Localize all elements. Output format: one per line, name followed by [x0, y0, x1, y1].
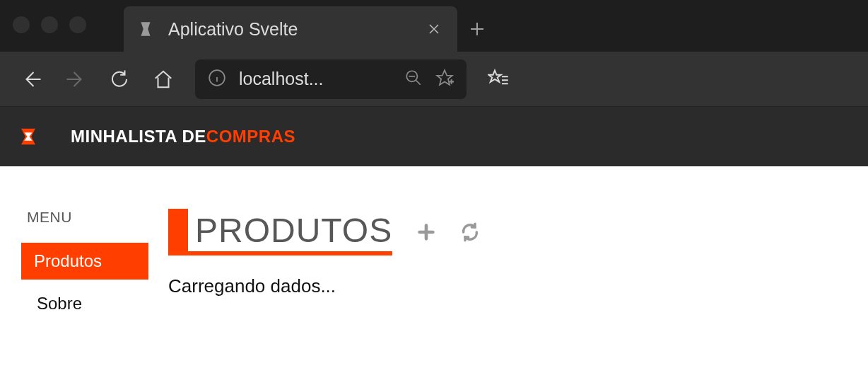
- favorites-button[interactable]: [479, 60, 517, 98]
- app-title-part2: LISTA DE: [128, 127, 206, 146]
- add-button[interactable]: [416, 222, 436, 242]
- main-content: PRODUTOS Carregando dados...: [148, 209, 868, 385]
- tab-title: Aplicativo Svelte: [168, 19, 425, 40]
- sidebar-item-label: Sobre: [37, 294, 82, 313]
- page-title-wrap: PRODUTOS: [168, 209, 392, 255]
- back-button[interactable]: [13, 60, 51, 98]
- traffic-close-icon[interactable]: [13, 16, 30, 33]
- sidebar-item-label: Produtos: [34, 251, 102, 270]
- traffic-minimize-icon[interactable]: [41, 16, 58, 33]
- reload-button[interactable]: [100, 60, 139, 98]
- new-tab-button[interactable]: [457, 6, 497, 52]
- refresh-button[interactable]: [460, 222, 480, 242]
- page-title: PRODUTOS: [195, 211, 392, 250]
- address-bar[interactable]: localhost...: [195, 59, 467, 99]
- traffic-maximize-icon[interactable]: [69, 16, 86, 33]
- close-icon[interactable]: [425, 16, 443, 43]
- app-title: MINHALISTA DECOMPRAS: [71, 127, 295, 146]
- app-header: MINHALISTA DECOMPRAS: [0, 107, 868, 166]
- zoom-out-icon[interactable]: [404, 69, 423, 90]
- menu-label: MENU: [21, 209, 148, 226]
- url-text: localhost...: [239, 69, 392, 89]
- forward-button[interactable]: [57, 60, 95, 98]
- loading-text: Carregando dados...: [168, 275, 868, 297]
- browser-titlebar: Aplicativo Svelte: [0, 0, 868, 52]
- sidebar-item-sobre[interactable]: Sobre: [21, 285, 148, 322]
- svg-line-4: [416, 80, 421, 85]
- svelte-favicon-icon: [136, 20, 155, 38]
- add-favorite-icon[interactable]: [435, 69, 454, 90]
- app-logo-icon: [16, 124, 41, 149]
- title-accent-block: [168, 209, 188, 251]
- sidebar: MENU Produtos Sobre: [21, 209, 148, 385]
- home-button[interactable]: [144, 60, 182, 98]
- sidebar-item-produtos[interactable]: Produtos: [21, 243, 148, 280]
- browser-toolbar: localhost...: [0, 52, 868, 107]
- window-controls: [0, 0, 99, 52]
- info-icon[interactable]: [208, 69, 226, 90]
- browser-tab[interactable]: Aplicativo Svelte: [124, 6, 457, 52]
- app-title-part3: COMPRAS: [206, 127, 295, 146]
- app-title-part1: MINHA: [71, 127, 128, 146]
